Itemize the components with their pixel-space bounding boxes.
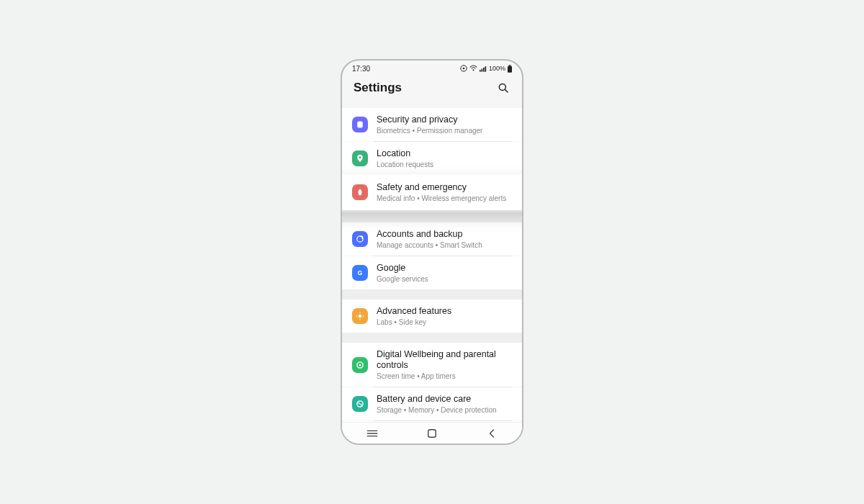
settings-row-location[interactable]: LocationLocation requests xyxy=(342,142,522,175)
search-icon xyxy=(497,81,510,94)
row-text: GoogleGoogle services xyxy=(377,263,512,283)
svg-point-2 xyxy=(472,69,474,71)
svg-point-1 xyxy=(463,68,465,70)
wifi-icon xyxy=(469,65,477,72)
svg-point-15 xyxy=(359,315,362,318)
location-icon xyxy=(352,150,368,166)
wellbeing-icon xyxy=(352,357,368,373)
row-text: Digital Wellbeing and parental controlsS… xyxy=(377,349,512,380)
phone-frame: 17:30 100% Settings xyxy=(341,59,523,445)
safety-icon xyxy=(352,184,368,200)
svg-rect-8 xyxy=(508,66,512,72)
status-indicators: 100% xyxy=(460,65,512,73)
svg-rect-5 xyxy=(483,67,485,71)
page-title: Settings xyxy=(354,81,402,95)
group-divider xyxy=(342,212,522,222)
settings-row-accounts[interactable]: Accounts and backupManage accounts • Sma… xyxy=(342,222,522,256)
row-subtitle: Labs • Side key xyxy=(377,318,512,326)
settings-list[interactable]: Security and privacyBiometrics • Permiss… xyxy=(342,108,522,422)
row-subtitle: Biometrics • Permission manager xyxy=(377,127,512,135)
google-icon: G xyxy=(352,265,368,281)
svg-rect-6 xyxy=(485,66,486,72)
row-title: Digital Wellbeing and parental controls xyxy=(377,349,512,371)
row-text: Security and privacyBiometrics • Permiss… xyxy=(377,114,512,135)
row-title: Security and privacy xyxy=(377,114,512,125)
battery-icon xyxy=(508,65,512,73)
row-text: Accounts and backupManage accounts • Sma… xyxy=(377,229,512,249)
row-subtitle: Screen time • App timers xyxy=(377,372,512,380)
svg-rect-11 xyxy=(357,122,363,128)
android-nav-bar xyxy=(342,422,522,444)
row-text: LocationLocation requests xyxy=(377,148,512,168)
settings-row-apps[interactable]: AppsDefault apps • App settings xyxy=(342,421,522,422)
svg-point-21 xyxy=(359,364,361,366)
row-title: Safety and emergency xyxy=(377,182,522,193)
settings-row-safety[interactable]: Safety and emergencyMedical info • Wirel… xyxy=(342,174,522,210)
row-title: Advanced features xyxy=(377,306,512,317)
row-subtitle: Location requests xyxy=(377,161,512,168)
recents-button[interactable] xyxy=(358,426,387,441)
group-divider xyxy=(342,333,522,343)
row-text: Advanced featuresLabs • Side key xyxy=(377,306,512,326)
settings-row-battery[interactable]: Battery and device careStorage • Memory … xyxy=(342,387,522,420)
row-subtitle: Storage • Memory • Device protection xyxy=(377,406,512,414)
row-subtitle: Manage accounts • Smart Switch xyxy=(377,241,512,249)
svg-text:G: G xyxy=(358,270,362,276)
settings-row-advanced[interactable]: Advanced featuresLabs • Side key xyxy=(342,300,522,333)
search-button[interactable] xyxy=(496,81,510,95)
signal-icon xyxy=(480,66,487,72)
row-title: Google xyxy=(377,263,512,274)
group-divider xyxy=(342,289,522,300)
svg-rect-4 xyxy=(481,68,482,71)
screen: 17:30 100% Settings xyxy=(342,60,522,444)
svg-rect-30 xyxy=(428,429,436,437)
status-time: 17:30 xyxy=(352,65,370,73)
volte-icon xyxy=(460,65,467,72)
svg-point-12 xyxy=(359,156,361,158)
row-text: Battery and device careStorage • Memory … xyxy=(377,394,512,414)
svg-rect-7 xyxy=(509,65,511,66)
accounts-icon xyxy=(352,231,368,247)
svg-rect-3 xyxy=(480,70,481,72)
row-subtitle: Google services xyxy=(377,275,512,283)
row-subtitle: Medical info • Wireless emergency alerts xyxy=(377,194,522,202)
settings-row-google[interactable]: GGoogleGoogle services xyxy=(342,256,522,289)
settings-row-security[interactable]: Security and privacyBiometrics • Permiss… xyxy=(342,108,522,141)
advanced-icon xyxy=(352,308,368,324)
back-button[interactable] xyxy=(477,426,506,441)
row-title: Location xyxy=(377,148,512,159)
battery-percent: 100% xyxy=(489,65,505,72)
home-button[interactable] xyxy=(418,426,446,441)
row-text: Safety and emergencyMedical info • Wirel… xyxy=(377,182,522,202)
svg-line-10 xyxy=(505,89,508,92)
battery-icon xyxy=(352,396,368,412)
row-title: Accounts and backup xyxy=(377,229,512,240)
security-icon xyxy=(352,117,368,132)
status-bar: 17:30 100% xyxy=(342,60,522,76)
settings-header: Settings xyxy=(342,76,522,108)
settings-row-wellbeing[interactable]: Digital Wellbeing and parental controlsS… xyxy=(342,343,522,387)
row-title: Battery and device care xyxy=(377,394,512,405)
